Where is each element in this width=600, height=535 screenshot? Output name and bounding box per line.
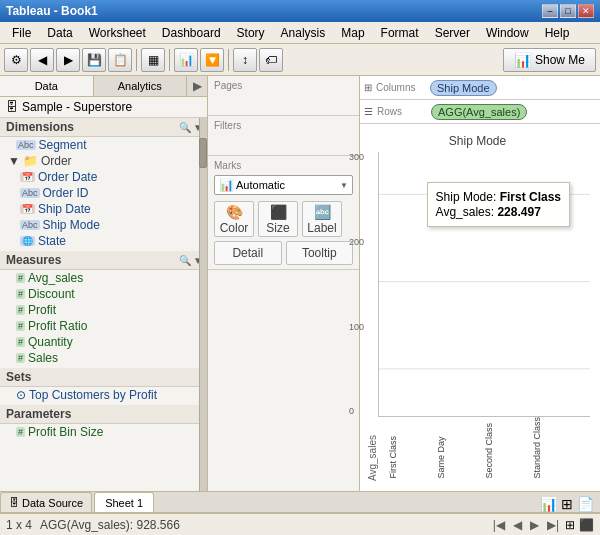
marks-label: Marks bbox=[214, 160, 353, 171]
dim-item-ship-date[interactable]: 📅 Ship Date bbox=[0, 201, 207, 217]
sets-header: Sets bbox=[0, 368, 207, 387]
measure-name: Profit Ratio bbox=[28, 319, 87, 333]
detail-button[interactable]: Detail bbox=[214, 241, 282, 265]
dim-type-icon: 📅 bbox=[20, 204, 35, 214]
measure-profit-ratio[interactable]: # Profit Ratio bbox=[0, 318, 207, 334]
chart-inner: Avg_sales 300 200 100 0 bbox=[365, 152, 590, 481]
parameters-header: Parameters bbox=[0, 405, 207, 424]
marks-type-label: Automatic bbox=[236, 179, 338, 191]
menu-format[interactable]: Format bbox=[373, 24, 427, 42]
columns-pill[interactable]: Ship Mode bbox=[430, 80, 497, 96]
chart-body: 300 200 100 0 bbox=[378, 152, 590, 481]
measure-type-icon: # bbox=[16, 289, 25, 299]
menu-data[interactable]: Data bbox=[39, 24, 80, 42]
tab-data[interactable]: Data bbox=[0, 76, 94, 96]
show-me-button[interactable]: 📊 Show Me bbox=[503, 48, 596, 72]
marks-type-dropdown[interactable]: 📊 Automatic ▼ bbox=[214, 175, 353, 195]
rows-label: Rows bbox=[377, 106, 427, 117]
tooltip-avg-sales-label: Avg_sales: bbox=[436, 205, 498, 219]
param-profit-bin[interactable]: # Profit Bin Size bbox=[0, 424, 207, 440]
tooltip-avg-sales-value: 228.497 bbox=[497, 205, 540, 219]
nav-first-icon[interactable]: |◀ bbox=[491, 518, 507, 532]
menu-story[interactable]: Story bbox=[229, 24, 273, 42]
main-container: Data Analytics ▶ 🗄 Sample - Superstore D… bbox=[0, 76, 600, 491]
close-button[interactable]: ✕ bbox=[578, 4, 594, 18]
dim-item-state[interactable]: 🌐 State bbox=[0, 233, 207, 249]
menu-analysis[interactable]: Analysis bbox=[273, 24, 334, 42]
toolbar-labels[interactable]: 🏷 bbox=[259, 48, 283, 72]
menu-worksheet[interactable]: Worksheet bbox=[81, 24, 154, 42]
dim-name: Ship Date bbox=[38, 202, 91, 216]
color-button[interactable]: 🎨 Color bbox=[214, 201, 254, 237]
measure-name: Sales bbox=[28, 351, 58, 365]
menu-file[interactable]: File bbox=[4, 24, 39, 42]
menu-dashboard[interactable]: Dashboard bbox=[154, 24, 229, 42]
tab-analytics[interactable]: Analytics bbox=[94, 76, 188, 96]
nav-last-icon[interactable]: ▶| bbox=[545, 518, 561, 532]
menu-bar: File Data Worksheet Dashboard Story Anal… bbox=[0, 22, 600, 44]
toolbar-chart[interactable]: 📊 bbox=[174, 48, 198, 72]
nav-prev-icon[interactable]: ◀ bbox=[511, 518, 524, 532]
tab-data-source[interactable]: 🗄 Data Source bbox=[0, 492, 92, 512]
dim-name: Order ID bbox=[43, 186, 89, 200]
pages-label: Pages bbox=[214, 80, 353, 91]
status-stop-icon[interactable]: ⬛ bbox=[579, 518, 594, 532]
toolbar-sort[interactable]: ↕ bbox=[233, 48, 257, 72]
set-top-customers[interactable]: ⊙ Top Customers by Profit bbox=[0, 387, 207, 403]
measure-profit[interactable]: # Profit bbox=[0, 302, 207, 318]
toolbar-forward[interactable]: ▶ bbox=[56, 48, 80, 72]
status-grid-icon[interactable]: ⊞ bbox=[565, 518, 575, 532]
size-icon: ⬛ bbox=[270, 204, 287, 220]
minimize-button[interactable]: – bbox=[542, 4, 558, 18]
panel-tab-action[interactable]: ▶ bbox=[187, 76, 207, 96]
nav-next-icon[interactable]: ▶ bbox=[528, 518, 541, 532]
dim-item-order-group[interactable]: ▼ 📁 Order bbox=[0, 153, 207, 169]
sheet-nav-duplicate-icon[interactable]: 📄 bbox=[577, 496, 594, 512]
toolbar-filter[interactable]: 🔽 bbox=[200, 48, 224, 72]
toolbar-copy[interactable]: 📋 bbox=[108, 48, 132, 72]
dim-name: Order Date bbox=[38, 170, 97, 184]
measure-discount[interactable]: # Discount bbox=[0, 286, 207, 302]
color-label: Color bbox=[220, 221, 249, 235]
dim-item-segment[interactable]: Abc Segment bbox=[0, 137, 207, 153]
toolbar-new[interactable]: ⚙ bbox=[4, 48, 28, 72]
tooltip-button[interactable]: Tooltip bbox=[286, 241, 354, 265]
x-labels: First Class Same Day Second Class Standa… bbox=[378, 417, 590, 481]
bottom-tabs-container: 🗄 Data Source Sheet 1 📊 ⊞ 📄 bbox=[0, 491, 600, 513]
size-button[interactable]: ⬛ Size bbox=[258, 201, 298, 237]
measures-search-icon[interactable]: 🔍 bbox=[179, 255, 191, 266]
sheet-nav-grid-icon[interactable]: ⊞ bbox=[561, 496, 573, 512]
dim-type-icon: Abc bbox=[20, 220, 40, 230]
menu-map[interactable]: Map bbox=[333, 24, 372, 42]
toolbar-layout[interactable]: ▦ bbox=[141, 48, 165, 72]
dim-item-order-id[interactable]: Abc Order ID bbox=[0, 185, 207, 201]
measure-quantity[interactable]: # Quantity bbox=[0, 334, 207, 350]
menu-help[interactable]: Help bbox=[537, 24, 578, 42]
datasource-tab-label: Data Source bbox=[22, 497, 83, 509]
y-tick-labels: 300 200 100 0 bbox=[349, 152, 364, 416]
dim-item-order-date[interactable]: 📅 Order Date bbox=[0, 169, 207, 185]
param-type-icon: # bbox=[16, 427, 25, 437]
sheet-nav-chart-icon[interactable]: 📊 bbox=[540, 496, 557, 512]
menu-window[interactable]: Window bbox=[478, 24, 537, 42]
window-controls: – □ ✕ bbox=[542, 4, 594, 18]
folder-icon: 📁 bbox=[23, 154, 38, 168]
measure-avg-sales[interactable]: # Avg_sales bbox=[0, 270, 207, 286]
marks-bar-icon: 📊 bbox=[219, 178, 234, 192]
toolbar-save[interactable]: 💾 bbox=[82, 48, 106, 72]
tab-sheet1[interactable]: Sheet 1 bbox=[94, 492, 154, 512]
dimensions-search-icon[interactable]: 🔍 bbox=[179, 122, 191, 133]
scroll-thumb[interactable] bbox=[199, 138, 207, 168]
data-source-item[interactable]: 🗄 Sample - Superstore bbox=[0, 97, 207, 118]
measure-sales[interactable]: # Sales bbox=[0, 350, 207, 366]
restore-button[interactable]: □ bbox=[560, 4, 576, 18]
menu-server[interactable]: Server bbox=[427, 24, 478, 42]
sheet-nav-controls: 📊 ⊞ 📄 bbox=[154, 496, 600, 512]
measures-header: Measures 🔍 ▼ bbox=[0, 251, 207, 270]
toolbar-back[interactable]: ◀ bbox=[30, 48, 54, 72]
dim-item-ship-mode[interactable]: Abc Ship Mode bbox=[0, 217, 207, 233]
label-button[interactable]: 🔤 Label bbox=[302, 201, 342, 237]
param-name: Profit Bin Size bbox=[28, 425, 103, 439]
left-panel-scrollbar[interactable] bbox=[199, 118, 207, 491]
rows-pill[interactable]: AGG(Avg_sales) bbox=[431, 104, 527, 120]
